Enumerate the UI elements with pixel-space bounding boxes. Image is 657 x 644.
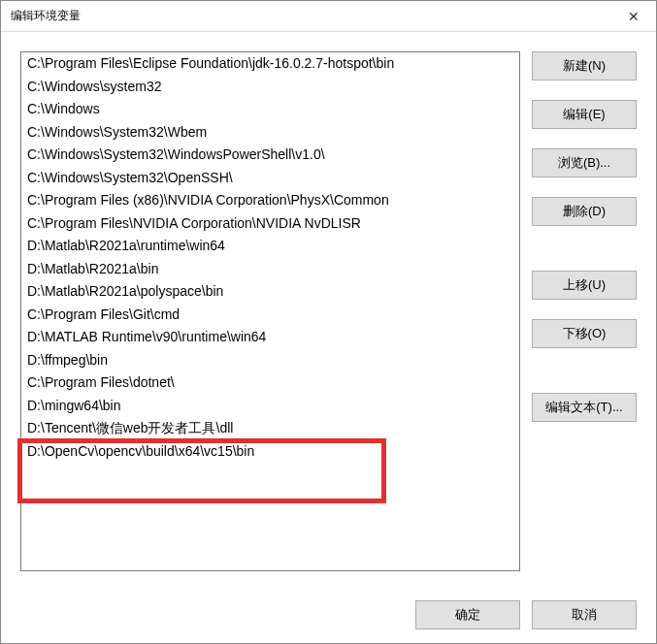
delete-button[interactable]: 删除(D) <box>532 197 637 226</box>
browse-button[interactable]: 浏览(B)... <box>532 148 637 177</box>
list-item[interactable]: D:\mingw64\bin <box>21 395 519 418</box>
list-item[interactable]: D:\MATLAB Runtime\v90\runtime\win64 <box>21 326 519 349</box>
list-item[interactable]: C:\Windows\system32 <box>21 76 519 99</box>
close-button[interactable]: ✕ <box>611 1 656 32</box>
titlebar: 编辑环境变量 ✕ <box>1 1 656 32</box>
list-item[interactable]: D:\Matlab\R2021a\bin <box>21 258 519 281</box>
list-item[interactable]: C:\Windows\System32\Wbem <box>21 121 519 145</box>
spacer <box>532 356 637 393</box>
list-item[interactable] <box>21 463 519 486</box>
moveup-button[interactable]: 上移(U) <box>532 271 637 300</box>
button-column: 新建(N) 编辑(E) 浏览(B)... 删除(D) 上移(U) 下移(O) 编… <box>532 51 637 585</box>
edit-button[interactable]: 编辑(E) <box>532 100 637 129</box>
list-item[interactable]: C:\Windows\System32\WindowsPowerShell\v1… <box>21 144 519 167</box>
list-item[interactable]: C:\Program Files (x86)\NVIDIA Corporatio… <box>21 189 519 212</box>
list-item[interactable]: C:\Program Files\NVIDIA Corporation\NVID… <box>21 212 519 236</box>
list-item[interactable]: D:\OpenCv\opencv\build\x64\vc15\bin <box>21 440 519 464</box>
ok-button[interactable]: 确定 <box>415 600 520 629</box>
list-item[interactable]: C:\Program Files\dotnet\ <box>21 371 519 395</box>
spacer <box>532 185 637 197</box>
list-area: C:\Program Files\Eclipse Foundation\jdk-… <box>20 51 520 585</box>
list-item[interactable]: D:\Tencent\微信web开发者工具\dll <box>21 417 519 440</box>
new-button[interactable]: 新建(N) <box>532 51 637 80</box>
list-item[interactable]: D:\Matlab\R2021a\polyspace\bin <box>21 280 519 304</box>
list-item[interactable]: C:\Windows\System32\OpenSSH\ <box>21 167 519 190</box>
content-area: C:\Program Files\Eclipse Foundation\jdk-… <box>1 32 656 585</box>
movedown-button[interactable]: 下移(O) <box>532 319 637 348</box>
list-item[interactable]: C:\Program Files\Eclipse Foundation\jdk-… <box>21 52 519 76</box>
spacer <box>532 137 637 148</box>
env-var-dialog: 编辑环境变量 ✕ C:\Program Files\Eclipse Founda… <box>0 0 657 644</box>
dialog-footer: 确定 取消 <box>1 585 656 643</box>
list-item[interactable]: C:\Windows <box>21 98 519 121</box>
spacer <box>532 88 637 100</box>
list-item[interactable]: C:\Program Files\Git\cmd <box>21 304 519 327</box>
cancel-button[interactable]: 取消 <box>532 600 637 629</box>
spacer <box>532 234 637 271</box>
list-item[interactable]: D:\Matlab\R2021a\runtime\win64 <box>21 235 519 258</box>
dialog-title: 编辑环境变量 <box>11 8 81 24</box>
spacer <box>532 307 637 319</box>
edittext-button[interactable]: 编辑文本(T)... <box>532 393 637 422</box>
list-item[interactable]: D:\ffmpeg\bin <box>21 349 519 372</box>
path-listbox[interactable]: C:\Program Files\Eclipse Foundation\jdk-… <box>20 51 520 571</box>
